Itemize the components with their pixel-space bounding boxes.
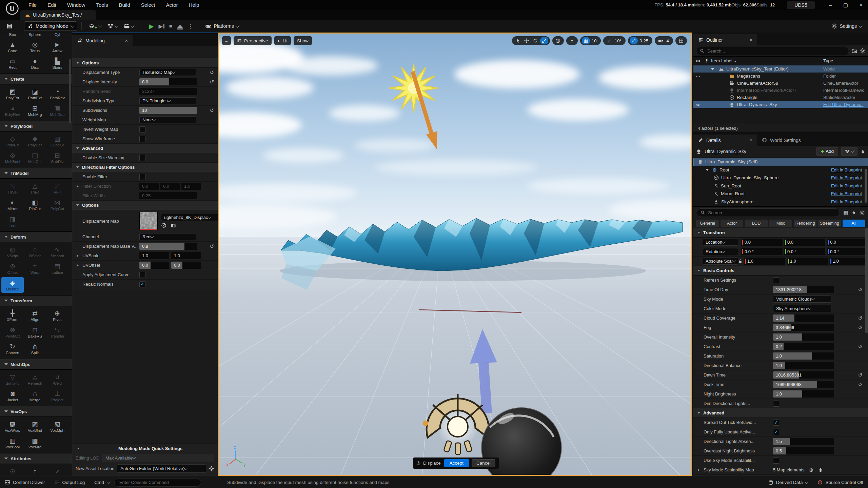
edit-in-blueprint-link[interactable]: Edit in Blueprint [831, 183, 862, 188]
settings-dropdown[interactable]: Settings [832, 23, 862, 29]
outliner-row[interactable]: Rectangle StaticMeshActor [693, 94, 868, 101]
property-checkbox[interactable] [773, 458, 779, 464]
cancel-button[interactable]: Cancel [472, 459, 495, 467]
outliner-row[interactable]: UltraDynamicSky_Test (Editor) World [693, 65, 868, 73]
palette-tool-button[interactable]: ▙ Stairs [46, 56, 68, 71]
property-checkbox[interactable] [139, 136, 145, 142]
browse-to-asset-button[interactable] [171, 223, 176, 228]
palette-tool-button[interactable]: ⇆ Transfer [46, 324, 68, 340]
play-button[interactable]: ▶ [149, 22, 154, 30]
palette-tool-button[interactable]: ◫ MshCut [24, 150, 46, 165]
palette-tool-button[interactable]: ⊥ Project [46, 388, 68, 404]
component-row[interactable]: Moon_Root Edit in Blueprint [693, 190, 868, 198]
property-slider[interactable]: 1.14 [773, 314, 834, 322]
collapse-icon[interactable] [77, 448, 80, 449]
palette-tool-button[interactable]: ▦ VoxMrg [24, 435, 46, 451]
palette-tool-button[interactable]: ► Arrow [46, 39, 68, 55]
section-header[interactable]: Options [72, 58, 218, 68]
property-slider[interactable]: 1689.696068 [773, 381, 834, 388]
property-dropdown[interactable]: Volumetric Clouds [773, 296, 831, 303]
palette-section-header[interactable]: Transform [0, 295, 72, 306]
level-tab[interactable]: UltraDynamicSky_Test* [20, 10, 96, 20]
details-search-input[interactable] [697, 208, 840, 217]
palette-tool-button[interactable]: ↻ Convert [1, 341, 24, 357]
section-header[interactable]: Advanced [693, 408, 868, 418]
palette-tool-button[interactable]: ∪ Weld [46, 371, 68, 387]
transform-y-input[interactable]: 1.0 [787, 258, 828, 265]
palette-tool-button[interactable]: ≈ Warp [24, 261, 46, 276]
palette-tool-button[interactable]: ▲ Cone [1, 39, 24, 55]
palette-tool-button[interactable]: ◎ Torus [24, 39, 46, 55]
stop-button[interactable]: ■ [169, 23, 173, 29]
palette-tool-button[interactable]: ⊙ Inspct [1, 466, 24, 476]
display-options-icon[interactable]: ▦ [843, 209, 848, 216]
menu-item[interactable]: Tools [92, 2, 112, 8]
palette-tool-button[interactable]: ⊡ BakeRS [24, 324, 46, 340]
world-local-gizmo-button[interactable] [554, 37, 562, 44]
palette-tool-button[interactable]: ◔ PathRev [46, 86, 68, 102]
reset-to-default-button[interactable]: ↺ [206, 107, 218, 114]
select-tool-button[interactable] [514, 37, 522, 44]
palette-tool-button[interactable]: ⋔ Split [24, 341, 46, 357]
property-slider[interactable]: 1331.200218 [773, 286, 834, 293]
palette-tool-button[interactable]: △ TriEd [24, 180, 46, 196]
palette-tool-button[interactable]: ◇ PolyEd [1, 133, 24, 149]
reset-to-default-button[interactable]: ↺ [854, 372, 866, 378]
pin-column-icon[interactable] [703, 59, 711, 63]
maximize-viewport-button[interactable] [677, 37, 685, 44]
section-header[interactable]: Advanced [72, 144, 218, 153]
pair-u-input[interactable]: 1.0 [139, 252, 169, 259]
add-map-element-button[interactable]: ⊕ [809, 467, 814, 473]
save-button[interactable] [6, 23, 13, 29]
outliner-settings-button[interactable] [860, 48, 865, 54]
surface-snap-button[interactable] [568, 37, 576, 44]
palette-tool-button[interactable]: ● Disc [24, 56, 46, 71]
menu-item[interactable]: Edit [43, 2, 60, 8]
asset-dropdown[interactable]: uglmehzo_8K_Displac [161, 214, 218, 221]
content-drawer-button[interactable]: Content Drawer [0, 476, 50, 488]
expander-icon[interactable] [698, 469, 700, 471]
scale-tool-button[interactable] [540, 37, 548, 44]
visibility-eye-icon[interactable] [696, 102, 701, 107]
property-slider[interactable]: 1.0 [773, 390, 834, 398]
accept-button[interactable]: Accept [444, 459, 469, 467]
palette-tool-button[interactable]: ↑ Nrmls [24, 466, 46, 476]
property-dropdown[interactable]: Texture2D Map [139, 69, 196, 76]
close-icon[interactable]: × [750, 138, 752, 143]
grid-snap-value[interactable]: 10 [591, 38, 599, 43]
property-dropdown[interactable]: PN Triangles [139, 97, 196, 104]
clear-map-button[interactable] [818, 468, 823, 472]
component-scrollbar[interactable] [865, 169, 867, 203]
visibility-eye-closed-icon[interactable] [696, 74, 701, 79]
console-command-input[interactable] [114, 478, 201, 487]
property-checkbox[interactable] [773, 277, 779, 283]
palette-tool-button[interactable]: ◨ Trim [1, 214, 24, 229]
property-slider[interactable]: 0.8 [139, 243, 197, 250]
property-number-input[interactable]: 31337 [139, 88, 197, 95]
palette-tool-button[interactable]: ◆ PolyDef [24, 133, 46, 149]
transform-y-input[interactable]: 0.0 ° [784, 248, 825, 255]
view-mode-dropdown[interactable]: ◐ Lit [274, 36, 291, 45]
property-dropdown[interactable]: None [139, 116, 196, 123]
scale-snap-value[interactable]: 0.25 [638, 38, 651, 43]
property-slider[interactable]: 10 [139, 107, 197, 114]
property-checkbox[interactable] [139, 126, 145, 133]
output-log-button[interactable]: Output Log [50, 476, 90, 488]
palette-tool-button[interactable]: ⊞ MshMrg [24, 103, 46, 118]
reset-to-default-button[interactable]: ↺ [854, 287, 866, 293]
palette-tool-button[interactable]: ▣ MshDup [46, 103, 68, 118]
palette-tool-button[interactable]: ∩ Merge [24, 388, 46, 404]
rotation-snap-button[interactable] [605, 37, 613, 44]
property-checkbox[interactable] [139, 281, 145, 287]
palette-tool-button[interactable]: ◸ HFill [46, 180, 68, 196]
palette-section-header[interactable]: Deform [0, 231, 72, 242]
outliner-row[interactable]: Ultra_Dynamic_Sky Edit Ultra_Dynamic_ [693, 101, 868, 108]
expander-icon[interactable] [77, 264, 79, 267]
blueprints-button[interactable] [107, 23, 118, 29]
vector-z-input[interactable]: 1.0 [181, 183, 201, 190]
close-icon[interactable]: × [125, 38, 128, 43]
transform-z-input[interactable]: 0.0 ° [827, 248, 868, 255]
expander-icon[interactable] [711, 68, 714, 70]
component-row[interactable]: Root Edit in Blueprint [693, 166, 868, 174]
lock-icon[interactable] [861, 149, 865, 154]
